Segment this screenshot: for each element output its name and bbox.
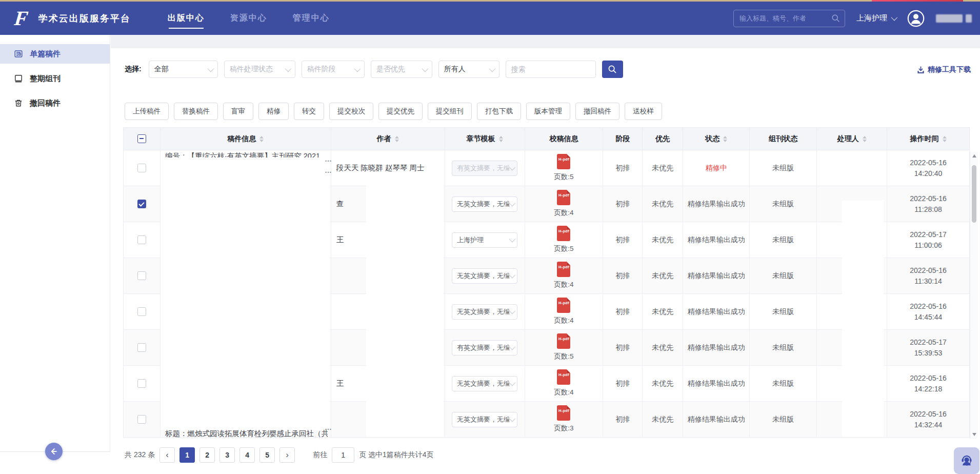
nav-manage-center[interactable]: 管理中心 [293, 2, 330, 35]
nav-resource-center[interactable]: 资源中心 [230, 2, 267, 35]
pdf-file-icon[interactable]: H-pdf [557, 298, 570, 313]
template-select[interactable]: 有英文摘要，无编 [452, 340, 517, 356]
cell-journal-status: 未组版 [750, 222, 817, 258]
org-switcher[interactable]: 上海护理 [856, 13, 896, 23]
action-button[interactable]: 提交校次 [329, 103, 373, 120]
header-cell[interactable]: 稿件信息 [161, 128, 331, 150]
pdf-file-icon[interactable]: H-pdf [557, 226, 570, 241]
sidebar-item-issue-journal[interactable]: 整期组刊 [0, 69, 110, 88]
action-button[interactable]: 提交优先 [378, 103, 423, 120]
refine-tool-download-link[interactable]: 精修工具下载 [917, 65, 971, 74]
filter-search-input[interactable] [506, 61, 596, 78]
action-button[interactable]: 送校样 [625, 103, 662, 120]
global-search-input[interactable] [738, 14, 831, 23]
filter-select-priority[interactable]: 是否优先 [371, 61, 432, 78]
chevron-down-icon [207, 65, 214, 72]
cell-template: 有英文摘要，无编 [445, 330, 525, 366]
pdf-file-icon[interactable]: H-pdf [557, 154, 570, 169]
header-cell[interactable]: 章节模板 [445, 128, 525, 150]
action-button[interactable]: 版本管理 [526, 103, 570, 120]
cell-proof-info: H-pdf页数:5 [525, 150, 604, 186]
row-checkbox[interactable] [137, 164, 146, 172]
cell-checkbox [124, 150, 161, 186]
action-button[interactable]: 提交组刊 [428, 103, 472, 120]
pdf-file-icon[interactable]: H-pdf [557, 369, 570, 385]
template-select[interactable]: 无英文摘要，无编 [452, 304, 517, 320]
sort-icon[interactable] [723, 136, 727, 142]
row-checkbox[interactable] [137, 307, 146, 316]
chevron-down-icon [509, 344, 516, 350]
action-button[interactable]: 替换稿件 [174, 103, 218, 120]
header-cell: 校稿信息 [525, 128, 604, 150]
template-select[interactable]: 无英文摘要，无编 [452, 376, 517, 391]
select-all-checkbox[interactable] [137, 134, 146, 143]
scroll-down-arrow[interactable] [972, 433, 976, 436]
filter-select-process-status[interactable]: 稿件处理状态 [224, 61, 295, 78]
template-select[interactable]: 有英文摘要，无编 [452, 161, 517, 176]
sort-icon[interactable] [395, 136, 399, 142]
filter-select-owner[interactable]: 所有人 [438, 61, 499, 78]
action-button[interactable]: 上传稿件 [125, 103, 169, 120]
page-button[interactable]: 3 [219, 447, 235, 463]
pdf-file-icon[interactable]: H-pdf [557, 262, 570, 277]
scrollbar-thumb[interactable] [972, 165, 976, 223]
row-checkbox[interactable] [137, 235, 146, 244]
cell-stage: 初排 [603, 222, 643, 258]
header-cell[interactable]: 作者 [331, 128, 445, 150]
action-button[interactable]: 撤回稿件 [575, 103, 619, 120]
page-button[interactable]: 5 [259, 447, 275, 463]
sort-icon[interactable] [499, 136, 503, 142]
cell-proof-info: H-pdf页数:5 [525, 330, 604, 366]
customer-service-button[interactable] [954, 447, 979, 474]
chevron-down-icon [509, 272, 516, 279]
action-button[interactable]: 转交 [294, 103, 324, 120]
action-button[interactable]: 盲审 [223, 103, 253, 120]
header-cell[interactable]: 处理人 [817, 128, 887, 150]
nav-publish-center[interactable]: 出版中心 [168, 2, 205, 35]
template-select[interactable]: 无英文摘要，无编 [452, 412, 517, 427]
cell-journal-status: 未组版 [750, 402, 817, 438]
cell-status: 精修结果输出成功 [683, 402, 750, 438]
row-checkbox[interactable] [137, 379, 146, 388]
header-cell[interactable]: 状态 [683, 128, 750, 150]
cell-time: 2022-05-1614:20:40 [887, 150, 970, 186]
cell-stage: 初排 [603, 402, 643, 438]
sort-icon[interactable] [863, 136, 867, 142]
page-button[interactable]: 1 [179, 447, 195, 463]
avatar[interactable] [907, 10, 925, 27]
search-icon[interactable] [831, 14, 840, 23]
cell-stage: 初排 [603, 186, 643, 222]
filter-select-stage[interactable]: 稿件阶段 [302, 61, 365, 78]
goto-page-input[interactable] [332, 447, 354, 463]
cell-status: 精修结果输出成功 [683, 258, 750, 294]
sidebar-item-single-manuscript[interactable]: 单篇稿件 [0, 44, 110, 64]
cell-journal-status: 未组版 [750, 258, 817, 294]
scroll-up-arrow[interactable] [972, 154, 976, 157]
page-button[interactable]: 2 [199, 447, 215, 463]
template-select[interactable]: 无英文摘要，无编 [452, 268, 517, 284]
vertical-scrollbar[interactable] [970, 152, 978, 439]
pdf-file-icon[interactable]: H-pdf [557, 190, 570, 205]
back-fab-button[interactable] [45, 443, 63, 460]
pdf-file-icon[interactable]: H-pdf [557, 333, 570, 349]
action-button[interactable]: 打包下载 [477, 103, 521, 120]
row-checkbox[interactable] [137, 415, 146, 424]
sort-icon[interactable] [259, 136, 264, 142]
sidebar-item-withdrawn-manuscript[interactable]: 撤回稿件 [0, 93, 110, 113]
next-page-button[interactable]: › [279, 447, 295, 463]
prev-page-button[interactable]: ‹ [159, 447, 175, 463]
template-select[interactable]: 上海护理 [452, 232, 517, 248]
page-button[interactable]: 4 [239, 447, 255, 463]
search-button[interactable] [602, 61, 623, 78]
action-button[interactable]: 精修 [258, 103, 289, 120]
row-checkbox[interactable] [137, 271, 146, 280]
cell-priority: 未优先 [643, 222, 683, 258]
template-select[interactable]: 无英文摘要，无编 [452, 196, 517, 212]
sort-icon[interactable] [943, 136, 947, 142]
row-checkbox[interactable] [137, 343, 146, 352]
filter-select-scope[interactable]: 全部 [149, 61, 218, 78]
pdf-file-icon[interactable]: H-pdf [557, 405, 570, 421]
row-checkbox[interactable] [137, 200, 146, 208]
header-cell[interactable]: 操作时间 [887, 128, 970, 150]
sidebar-item-label: 单篇稿件 [30, 49, 61, 59]
